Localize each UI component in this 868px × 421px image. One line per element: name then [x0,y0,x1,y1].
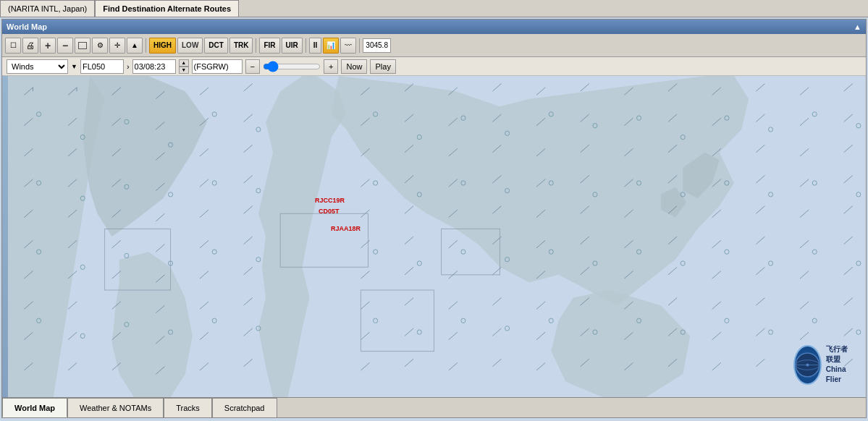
trk-btn[interactable]: TRK [229,38,253,54]
high-btn[interactable]: HIGH [149,38,176,54]
trk-label: TRK [234,41,249,49]
zoom-out-icon: − [62,40,68,51]
low-label: LOW [182,41,198,49]
minus-icon: − [250,62,255,71]
dct-btn[interactable]: DCT [204,38,228,54]
airport-rjcc: CD05T [319,208,340,215]
top-tab-bar: (NARITA INTL, Japan) Find Destination Al… [0,0,868,17]
left-bar [2,76,8,397]
datetime-spinner: ▲ ▼ [179,59,189,74]
counter-display: 3045.8 [363,38,391,53]
window-collapse-btn[interactable]: ▲ [854,22,861,31]
logo-area: 飞行者联盟 China Flier [793,343,851,386]
world-map-svg [2,76,866,397]
arrow-down-icon: ▼ [71,63,77,70]
tab-tracks[interactable]: Tracks [164,398,212,417]
time-slider[interactable] [263,61,321,72]
zoom-in-icon: + [45,40,51,51]
separator-4 [359,38,360,53]
route-icon: 〰 [345,41,352,49]
logo-text: 飞行者联盟 China Flier [826,344,851,385]
datetime-up-btn[interactable]: ▲ [179,59,189,67]
zoom-out-btn[interactable]: − [57,38,73,54]
source-input[interactable] [192,59,243,74]
select-rect-btn[interactable] [75,38,90,54]
datetime-input[interactable] [132,59,176,74]
map-area[interactable]: RJCC19R CD05T RJAA18R 飞行者联盟 China Flier [2,76,866,397]
bottom-tabs: World Map Weather & NOTAMs Tracks Scratc… [2,397,866,417]
uir-btn[interactable]: UIR [282,38,303,54]
triangle-btn[interactable]: ▲ [127,38,143,54]
wind-bar: Winds Temp Tropopause ▼ › ▲ ▼ − + Now Pl… [2,57,866,76]
gear-icon: ⚙ [97,41,104,49]
triangle-icon: ▲ [131,41,138,49]
uir-label: UIR [286,41,298,49]
separator-2 [256,38,256,53]
tab-scratchpad[interactable]: Scratchpad [212,398,277,417]
box-icon: ☐ [10,41,17,49]
separator-1 [146,38,146,53]
print-icon: 🖨 [26,41,35,51]
settings-btn[interactable]: ⚙ [92,38,108,54]
low-btn[interactable]: LOW [177,38,203,54]
zoom-in-btn[interactable]: + [40,38,56,54]
toolbar: ☐ 🖨 + − ⚙ ✛ ▲ HIGH [2,34,866,57]
counter-value: 3045.8 [366,41,388,49]
chart-icon: 📊 [326,41,335,49]
plus-btn[interactable]: + [324,59,338,74]
plus-icon: + [329,62,333,71]
logo-circle [793,345,822,385]
tab-narita[interactable]: (NARITA INTL, Japan) [0,0,95,17]
play-label: Play [375,62,390,71]
tab-weather[interactable]: Weather & NOTAMs [67,398,164,417]
route-btn[interactable]: 〰 [340,38,356,54]
crosshair-icon: ✛ [114,41,120,49]
window-titlebar: World Map ▲ [2,20,866,34]
datetime-separator: › [127,62,130,71]
chart-btn[interactable]: 📊 [323,38,339,54]
select-rect-icon [78,42,87,49]
box-btn[interactable]: ☐ [5,38,21,54]
play-btn[interactable]: Play [370,59,395,74]
crosshair-btn[interactable]: ✛ [109,38,125,54]
ii-btn[interactable]: II [309,38,322,54]
datetime-down-btn[interactable]: ▼ [179,67,189,74]
now-btn[interactable]: Now [341,59,367,74]
dct-label: DCT [208,41,224,49]
separator-3 [306,38,306,53]
ii-label: II [313,41,318,49]
main-window: World Map ▲ ☐ 🖨 + − ⚙ ✛ [1,19,867,418]
level-input[interactable] [80,59,124,74]
airport-rjaa: RJAA18R [331,225,361,232]
fir-label: FIR [264,41,275,49]
airport-cd05t: RJCC19R [315,197,345,204]
print-btn[interactable]: 🖨 [22,38,38,54]
now-label: Now [346,62,362,71]
tab-find-dest[interactable]: Find Destination Alternate Routes [95,0,239,17]
layer-select[interactable]: Winds Temp Tropopause [7,59,68,74]
svg-point-262 [806,363,809,366]
fir-btn[interactable]: FIR [259,38,279,54]
window-title: World Map [7,22,47,31]
tab-world-map[interactable]: World Map [2,398,67,417]
minus-btn[interactable]: − [245,59,260,74]
high-label: HIGH [153,41,172,49]
